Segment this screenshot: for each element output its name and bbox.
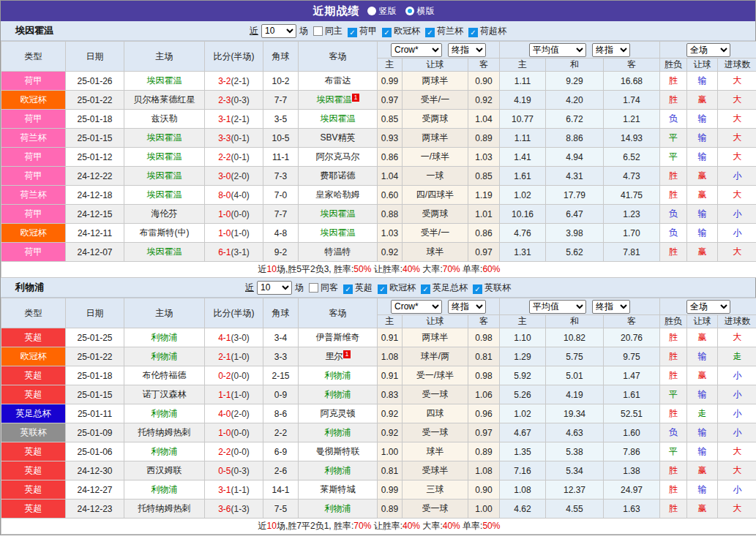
average-select[interactable]: 平均值 xyxy=(529,43,586,57)
league-checkbox[interactable]: ✓ xyxy=(382,28,392,37)
filter-controls: 近 10 场 同主 ✓荷甲✓欧冠杯✓荷兰杯✓荷超杯 xyxy=(250,24,506,38)
summary-segment: 单率: xyxy=(460,521,483,531)
handicap-away-odds: 0.98 xyxy=(468,328,500,347)
team-name-text: 埃因霍温 xyxy=(316,94,351,105)
home-team: 布雷斯特(中) xyxy=(124,224,205,243)
scope-select[interactable]: 全场 xyxy=(686,300,730,314)
summary-segment: 70% xyxy=(353,521,371,531)
score-cell: 2-3(0-3) xyxy=(205,91,263,110)
result-handicap: 输 xyxy=(687,72,718,91)
final-index-select[interactable]: 终指 xyxy=(448,300,486,314)
halftime-score: (0-0) xyxy=(231,209,250,219)
home-team: 埃因霍温 xyxy=(124,72,205,91)
result-goals: 大 xyxy=(718,243,756,262)
corner-cell: 3-3 xyxy=(263,347,299,366)
result-outcome: 胜 xyxy=(660,91,687,110)
match-count-select[interactable]: 10 xyxy=(261,24,296,38)
handicap-home-odds: 0.92 xyxy=(378,404,403,423)
halftime-score: (1-0) xyxy=(231,390,250,400)
handicap-away-odds: 1.08 xyxy=(468,461,500,480)
radio-label: 竖版 xyxy=(379,5,397,18)
team-name-text: 利物浦 xyxy=(151,408,178,418)
team-name-text: 埃因霍温 xyxy=(147,151,182,162)
away-team: 曼彻斯特联 xyxy=(299,442,378,461)
scope-select[interactable]: 全场 xyxy=(686,43,730,57)
same-venue-checkbox[interactable] xyxy=(313,26,323,36)
team-name-text: 埃因霍温 xyxy=(147,132,182,143)
final-index-select2[interactable]: 终指 xyxy=(592,43,630,57)
team-name: 利物浦 xyxy=(15,281,44,294)
handicap-away-odds: 0.89 xyxy=(468,442,500,461)
avg-draw-odds: 5.75 xyxy=(546,347,604,366)
avg-home-odds: 1.02 xyxy=(500,404,546,423)
final-index-select[interactable]: 终指 xyxy=(448,43,486,57)
score-cell: 2-2(0-0) xyxy=(205,442,263,461)
halftime-score: (1-0) xyxy=(231,352,250,362)
league-checkbox[interactable]: ✓ xyxy=(348,28,357,37)
score-cell: 8-0(4-0) xyxy=(205,186,263,205)
halftime-score: (2-0) xyxy=(231,409,250,419)
avg-home-odds: 1.11 xyxy=(500,129,546,148)
handicap-home-odds: 0.89 xyxy=(378,500,403,519)
match-date: 25-01-09 xyxy=(66,423,124,442)
handicap-home-odds: 0.92 xyxy=(378,423,403,442)
avg-draw-odds: 5.34 xyxy=(546,461,604,480)
handicap-away-odds: 1.19 xyxy=(468,186,500,205)
handicap-line: 四/四球半 xyxy=(403,186,468,205)
same-venue-checkbox[interactable] xyxy=(309,283,318,293)
team-name-text: 利物浦 xyxy=(325,503,351,513)
match-count-select[interactable]: 10 xyxy=(257,281,292,295)
avg-away-odds: 1.74 xyxy=(604,91,660,110)
handicap-line: 受半/一 xyxy=(403,91,468,110)
home-team: 埃因霍温 xyxy=(124,167,205,186)
corner-cell: 0-9 xyxy=(263,385,299,404)
league-checkbox[interactable]: ✓ xyxy=(343,284,353,294)
col-avg-away: 客 xyxy=(604,315,660,328)
away-team: 利物浦 xyxy=(299,366,378,385)
recent-link[interactable]: 近 xyxy=(245,282,254,294)
avg-draw-odds: 3.98 xyxy=(546,224,604,243)
radio-icon[interactable] xyxy=(367,7,376,15)
team-name-text: 利物浦 xyxy=(325,389,351,399)
league-checkbox[interactable]: ✓ xyxy=(473,284,482,294)
home-team: 利物浦 xyxy=(124,442,205,461)
handicap-away-odds: 0.86 xyxy=(468,224,500,243)
corner-cell: 2-6 xyxy=(263,461,299,480)
result-goals: 大 xyxy=(718,442,756,461)
league-checkbox[interactable]: ✓ xyxy=(468,28,478,37)
handicap-home-odds: 1.08 xyxy=(378,347,403,366)
halftime-score: (2-1) xyxy=(231,76,250,86)
team-name-text: 里尔 xyxy=(325,351,343,361)
radio-icon[interactable] xyxy=(405,7,414,15)
home-team: 托特纳姆热刺 xyxy=(124,423,205,442)
final-index-select2[interactable]: 终指 xyxy=(592,300,630,314)
result-goals: 小 xyxy=(718,366,756,385)
average-select[interactable]: 平均值 xyxy=(529,300,586,314)
fulltime-score: 2-2 xyxy=(218,152,231,162)
result-goals: 大 xyxy=(718,72,756,91)
score-cell: 0-2(0-0) xyxy=(205,366,263,385)
handicap-away-odds: 0.81 xyxy=(468,347,500,366)
avg-away-odds: 7.86 xyxy=(604,442,660,461)
layout-radio[interactable]: 竖版 xyxy=(367,5,397,18)
avg-home-odds: 1.02 xyxy=(500,186,546,205)
result-handicap: 赢 xyxy=(687,500,718,519)
bookmaker-select[interactable]: Crow* xyxy=(391,43,442,57)
fulltime-score: 4-0 xyxy=(218,409,231,419)
handicap-line: 一/球半 xyxy=(403,148,468,167)
average-select-group: 平均值终指 xyxy=(500,42,660,59)
recent-link[interactable]: 近 xyxy=(250,25,258,37)
layout-radio[interactable]: 横版 xyxy=(405,5,435,18)
league-checkbox[interactable]: ✓ xyxy=(378,284,387,294)
score-cell: 1-0(0-0) xyxy=(205,205,263,224)
handicap-line: 受一球 xyxy=(403,423,468,442)
section-header: 利物浦 近 10 场 同客 ✓英超✓欧冠杯✓英足总杯✓英联杯 xyxy=(1,278,755,298)
bookmaker-select[interactable]: Crow* xyxy=(391,300,442,314)
result-outcome: 胜 xyxy=(660,366,687,385)
league-checkbox[interactable]: ✓ xyxy=(425,28,435,37)
average-select-group: 平均值终指 xyxy=(500,298,660,315)
result-goals: 小 xyxy=(718,167,756,186)
summary-segment: 场,胜5平2负3, 胜率: xyxy=(277,264,353,274)
result-goals: 大 xyxy=(718,500,756,519)
league-checkbox[interactable]: ✓ xyxy=(421,284,430,294)
